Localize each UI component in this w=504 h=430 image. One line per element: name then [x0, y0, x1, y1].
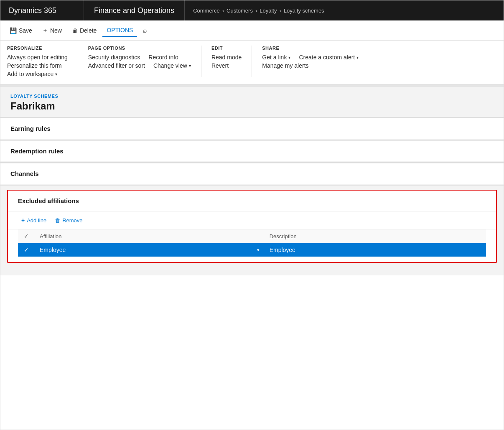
advanced-filter-link[interactable]: Advanced filter or sort [88, 62, 145, 69]
page-options-row2: Advanced filter or sort Change view ▾ [88, 62, 191, 69]
earning-rules-section: Earning rules [0, 118, 504, 139]
edit-title: EDIT [211, 46, 242, 51]
page-label: LOYALTY SCHEMES [10, 94, 494, 99]
new-button[interactable]: ＋ New [38, 24, 66, 37]
excluded-affiliations-section: Excluded affiliations + Add line 🗑 Remov… [7, 190, 497, 263]
breadcrumb-commerce[interactable]: Commerce [193, 8, 220, 14]
page-title: Fabrikam [10, 100, 494, 112]
page-options-title: PAGE OPTIONS [88, 46, 191, 51]
add-line-label: Add line [27, 217, 46, 224]
change-view-link[interactable]: Change view ▾ [153, 62, 191, 69]
breadcrumb: Commerce › Customers › Loyalty › Loyalty… [185, 8, 333, 14]
page-header: LOYALTY SCHEMES Fabrikam [0, 87, 504, 117]
earning-rules-header[interactable]: Earning rules [0, 118, 504, 139]
options-label: OPTIONS [107, 27, 133, 33]
content-area: LOYALTY SCHEMES Fabrikam Earning rules R… [0, 87, 504, 275]
save-button[interactable]: 💾 Save [5, 25, 36, 36]
add-workspace-chevron-icon: ▾ [55, 72, 57, 76]
page-options-row1: Security diagnostics Record info [88, 54, 191, 61]
table-row[interactable]: ✓ Employee ▾ Employee [18, 243, 486, 257]
ribbon-personalize: PERSONALIZE Always open for editing Pers… [7, 46, 78, 77]
create-alert-link[interactable]: Create a custom alert ▾ [299, 54, 359, 61]
ribbon-page-options: PAGE OPTIONS Security diagnostics Record… [88, 46, 201, 77]
record-info-link[interactable]: Record info [148, 54, 178, 61]
search-button[interactable]: ⌕ [139, 24, 151, 37]
row-check-icon: ✓ [24, 247, 29, 253]
breadcrumb-loyalty-schemes[interactable]: Loyalty schemes [284, 8, 324, 14]
description-column-header: Description [265, 229, 486, 243]
affiliations-sub-toolbar: + Add line 🗑 Remove [8, 211, 496, 229]
share-row2: Manage my alerts [262, 62, 359, 69]
table-header-row: ✓ Affiliation Description [18, 229, 486, 243]
toolbar: 💾 Save ＋ New 🗑 Delete OPTIONS ⌕ [0, 20, 504, 41]
save-label: Save [19, 27, 32, 34]
affiliation-dropdown-icon[interactable]: ▾ [257, 247, 260, 253]
channels-section: Channels [0, 163, 504, 184]
app-name-label: Finance and Operations [94, 6, 174, 15]
breadcrumb-loyalty[interactable]: Loyalty [260, 8, 277, 14]
affiliation-column-header: Affiliation [35, 229, 265, 243]
create-alert-chevron-icon: ▾ [356, 55, 359, 60]
top-header: Dynamics 365 Finance and Operations Comm… [0, 0, 504, 20]
breadcrumb-customers[interactable]: Customers [227, 8, 253, 14]
page-options-items: Security diagnostics Record info Advance… [88, 54, 191, 69]
delete-label: Delete [80, 27, 97, 34]
add-line-button[interactable]: + Add line [18, 215, 50, 226]
check-column-header: ✓ [18, 229, 35, 243]
delete-button[interactable]: 🗑 Delete [68, 25, 101, 36]
app-name: Finance and Operations [84, 0, 185, 20]
personalize-items: Always open for editing Personalize this… [7, 54, 68, 77]
ribbon-edit: EDIT Read mode Revert [211, 46, 252, 77]
affiliation-cell[interactable]: Employee ▾ [35, 243, 265, 257]
add-workspace-link[interactable]: Add to workspace ▾ [7, 71, 68, 77]
options-tab[interactable]: OPTIONS [102, 24, 137, 37]
save-icon: 💾 [10, 27, 17, 34]
delete-icon: 🗑 [72, 27, 78, 34]
revert-link[interactable]: Revert [211, 62, 242, 69]
affiliations-table: ✓ Affiliation Description [18, 229, 486, 257]
manage-alerts-link[interactable]: Manage my alerts [262, 62, 308, 69]
security-diagnostics-link[interactable]: Security diagnostics [88, 54, 140, 61]
ribbon: PERSONALIZE Always open for editing Pers… [0, 41, 504, 84]
new-label: New [50, 27, 62, 34]
header-check-icon: ✓ [24, 233, 29, 239]
personalize-form-link[interactable]: Personalize this form [7, 62, 68, 69]
brand-label: Dynamics 365 [9, 6, 56, 15]
redemption-rules-section: Redemption rules [0, 140, 504, 161]
dynamics-brand[interactable]: Dynamics 365 [0, 0, 84, 20]
description-cell: Employee [265, 243, 486, 257]
channels-header[interactable]: Channels [0, 163, 504, 184]
change-view-chevron-icon: ▾ [189, 64, 191, 68]
edit-items: Read mode Revert [211, 54, 242, 69]
share-title: SHARE [262, 46, 359, 51]
add-icon: + [21, 217, 25, 224]
row-check-cell: ✓ [18, 243, 35, 257]
remove-label: Remove [62, 217, 82, 224]
get-link-chevron-icon: ▾ [288, 55, 290, 60]
excluded-affiliations-wrapper: Excluded affiliations + Add line 🗑 Remov… [0, 186, 504, 267]
search-icon: ⌕ [143, 27, 147, 34]
new-icon: ＋ [42, 27, 48, 34]
excluded-affiliations-header[interactable]: Excluded affiliations [8, 191, 496, 211]
read-mode-link[interactable]: Read mode [211, 54, 242, 61]
personalize-title: PERSONALIZE [7, 46, 68, 51]
share-items: Get a link ▾ Create a custom alert ▾ Man… [262, 54, 359, 69]
redemption-rules-header[interactable]: Redemption rules [0, 140, 504, 161]
ribbon-share: SHARE Get a link ▾ Create a custom alert… [262, 46, 369, 77]
always-open-link[interactable]: Always open for editing [7, 54, 68, 61]
get-link-link[interactable]: Get a link ▾ [262, 54, 290, 61]
remove-button[interactable]: 🗑 Remove [51, 215, 86, 226]
remove-icon: 🗑 [55, 217, 60, 224]
share-row1: Get a link ▾ Create a custom alert ▾ [262, 54, 359, 61]
